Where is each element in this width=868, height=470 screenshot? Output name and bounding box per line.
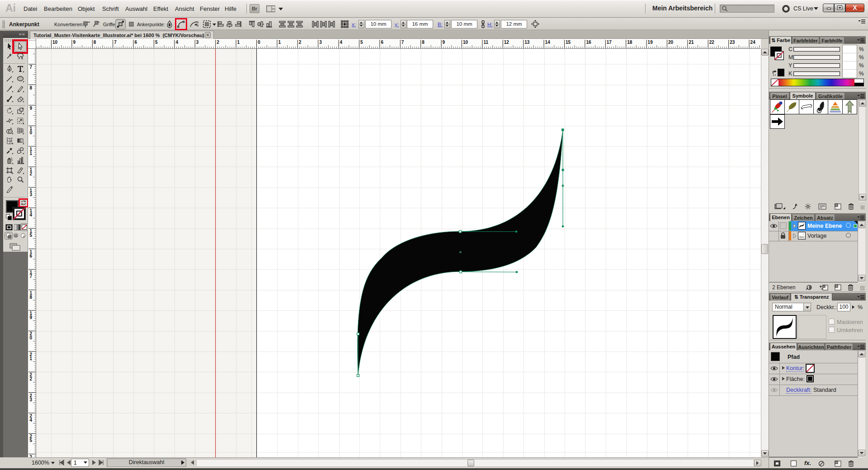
svg-text:10: 10 xyxy=(463,40,468,45)
svg-text:8: 8 xyxy=(30,295,33,300)
svg-text:8: 8 xyxy=(422,40,425,45)
svg-text:7: 7 xyxy=(30,65,33,70)
svg-text:3: 3 xyxy=(30,397,33,402)
svg-text:2: 2 xyxy=(30,376,33,381)
svg-text:0: 0 xyxy=(30,130,33,135)
svg-text:18: 18 xyxy=(627,40,632,45)
svg-text:4: 4 xyxy=(175,40,178,45)
svg-text:3: 3 xyxy=(319,40,322,45)
svg-text:6: 6 xyxy=(30,254,33,258)
svg-text:6: 6 xyxy=(135,40,137,45)
svg-text:6: 6 xyxy=(381,40,383,45)
svg-text:14: 14 xyxy=(545,40,551,45)
svg-text:1: 1 xyxy=(30,356,33,361)
svg-text:17: 17 xyxy=(607,40,612,45)
svg-text:16: 16 xyxy=(586,40,591,45)
svg-text:22: 22 xyxy=(709,40,715,45)
svg-text:3: 3 xyxy=(30,192,33,197)
svg-text:7: 7 xyxy=(114,40,117,45)
svg-text:19: 19 xyxy=(648,40,653,45)
svg-text:15: 15 xyxy=(566,40,571,45)
svg-text:8: 8 xyxy=(30,85,33,90)
svg-text:1: 1 xyxy=(278,40,281,45)
svg-text:7: 7 xyxy=(401,40,404,45)
svg-text:5: 5 xyxy=(30,233,33,238)
svg-text:8: 8 xyxy=(94,40,96,45)
svg-text:4: 4 xyxy=(340,40,343,45)
svg-text:9: 9 xyxy=(30,106,33,111)
svg-text:24: 24 xyxy=(750,40,756,45)
svg-text:5: 5 xyxy=(30,438,33,443)
svg-text:4: 4 xyxy=(30,418,33,423)
svg-text:20: 20 xyxy=(668,40,674,45)
svg-text:3: 3 xyxy=(196,40,199,45)
svg-text:5: 5 xyxy=(360,40,363,45)
svg-text:5: 5 xyxy=(155,40,158,45)
svg-text:9: 9 xyxy=(30,315,33,320)
svg-text:23: 23 xyxy=(730,40,735,45)
svg-text:9: 9 xyxy=(73,40,75,45)
svg-text:2: 2 xyxy=(30,171,33,176)
svg-text:21: 21 xyxy=(689,40,694,45)
svg-text:12: 12 xyxy=(504,40,509,45)
svg-text:13: 13 xyxy=(524,40,530,45)
svg-text:0: 0 xyxy=(258,40,260,45)
svg-text:7: 7 xyxy=(30,274,33,279)
svg-text:0: 0 xyxy=(30,335,33,340)
svg-text:11: 11 xyxy=(483,40,488,45)
svg-text:9: 9 xyxy=(443,40,445,45)
svg-text:2: 2 xyxy=(217,40,219,45)
svg-text:10: 10 xyxy=(52,40,58,45)
svg-text:1: 1 xyxy=(237,40,240,45)
svg-text:2: 2 xyxy=(299,40,302,45)
svg-text:1: 1 xyxy=(30,151,33,156)
svg-text:4: 4 xyxy=(30,212,33,217)
